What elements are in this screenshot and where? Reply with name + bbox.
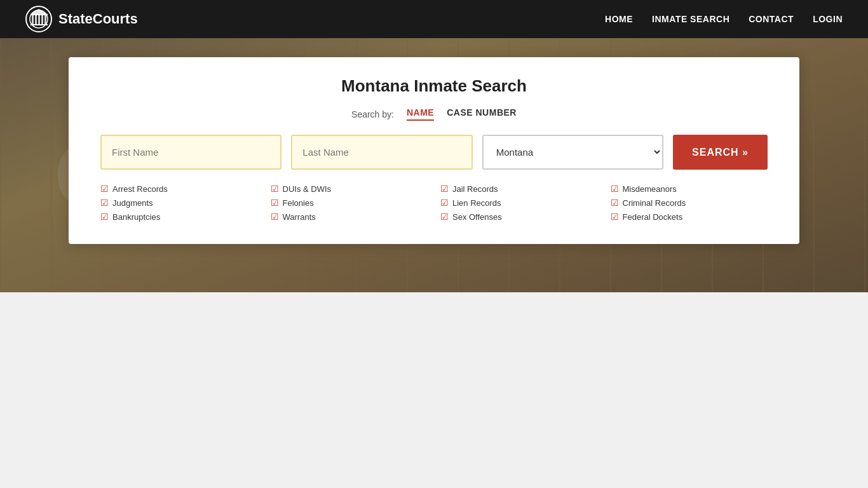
check-arrest-records: ☑ Arrest Records	[100, 184, 258, 194]
check-icon: ☑	[440, 212, 449, 222]
check-icon: ☑	[440, 198, 449, 208]
last-name-input[interactable]	[291, 135, 472, 170]
svg-rect-2	[32, 15, 34, 24]
svg-rect-3	[35, 15, 37, 24]
tab-case-number[interactable]: CASE NUMBER	[447, 107, 517, 121]
hero-section: COURTHOUSE Montana Inmate Search Search …	[0, 38, 868, 292]
check-bankruptcies: ☑ Bankruptcies	[100, 212, 258, 222]
check-label: Warrants	[283, 212, 316, 222]
nav-home[interactable]: HOME	[605, 14, 633, 24]
logo-text: StateCourts	[58, 11, 138, 27]
check-label: Bankruptcies	[112, 212, 160, 222]
check-lien-records: ☑ Lien Records	[440, 198, 598, 208]
check-judgments: ☑ Judgments	[100, 198, 258, 208]
checkboxes-grid: ☑ Arrest Records ☑ DUIs & DWIs ☑ Jail Re…	[100, 184, 768, 222]
tab-name[interactable]: NAME	[407, 107, 434, 121]
nav-contact[interactable]: CONTACT	[749, 14, 794, 24]
search-tabs: Search by: NAME CASE NUMBER	[100, 107, 768, 121]
search-button[interactable]: SEARCH »	[673, 135, 768, 170]
check-icon: ☑	[271, 212, 279, 222]
check-icon: ☑	[440, 184, 449, 194]
svg-rect-6	[44, 15, 46, 24]
svg-rect-5	[41, 15, 43, 24]
check-duis-dwis: ☑ DUIs & DWIs	[271, 184, 428, 194]
check-label: DUIs & DWIs	[283, 184, 332, 194]
check-label: Misdemeanors	[623, 184, 677, 194]
check-label: Judgments	[112, 198, 153, 208]
check-icon: ☑	[271, 198, 279, 208]
check-icon: ☑	[611, 184, 619, 194]
svg-rect-7	[31, 14, 48, 15]
check-label: Felonies	[283, 198, 314, 208]
search-row: Montana SEARCH »	[100, 135, 768, 170]
svg-rect-8	[31, 24, 48, 25]
svg-marker-9	[31, 9, 47, 14]
check-label: Criminal Records	[623, 198, 686, 208]
check-icon: ☑	[100, 184, 109, 194]
check-warrants: ☑ Warrants	[271, 212, 428, 222]
nav-login[interactable]: LOGIN	[813, 14, 843, 24]
card-title: Montana Inmate Search	[100, 76, 768, 96]
site-header: StateCourts HOME INMATE SEARCH CONTACT L…	[0, 0, 868, 38]
first-name-input[interactable]	[100, 135, 281, 170]
check-label: Federal Dockets	[623, 212, 683, 222]
check-icon: ☑	[100, 212, 109, 222]
check-sex-offenses: ☑ Sex Offenses	[440, 212, 598, 222]
logo[interactable]: StateCourts	[25, 6, 138, 32]
check-label: Jail Records	[452, 184, 498, 194]
logo-icon	[25, 6, 52, 32]
search-by-label: Search by:	[351, 109, 394, 119]
check-federal-dockets: ☑ Federal Dockets	[611, 212, 768, 222]
svg-rect-4	[38, 15, 40, 24]
check-label: Arrest Records	[112, 184, 168, 194]
nav-inmate-search[interactable]: INMATE SEARCH	[652, 14, 729, 24]
search-card: Montana Inmate Search Search by: NAME CA…	[69, 57, 799, 244]
check-felonies: ☑ Felonies	[271, 198, 428, 208]
check-icon: ☑	[100, 198, 109, 208]
check-misdemeanors: ☑ Misdemeanors	[611, 184, 768, 194]
check-icon: ☑	[611, 212, 619, 222]
check-icon: ☑	[611, 198, 619, 208]
check-jail-records: ☑ Jail Records	[440, 184, 598, 194]
check-label: Sex Offenses	[452, 212, 502, 222]
check-label: Lien Records	[452, 198, 501, 208]
main-nav: HOME INMATE SEARCH CONTACT LOGIN	[605, 14, 843, 24]
state-select[interactable]: Montana	[482, 135, 663, 170]
check-icon: ☑	[271, 184, 279, 194]
check-criminal-records: ☑ Criminal Records	[611, 198, 768, 208]
